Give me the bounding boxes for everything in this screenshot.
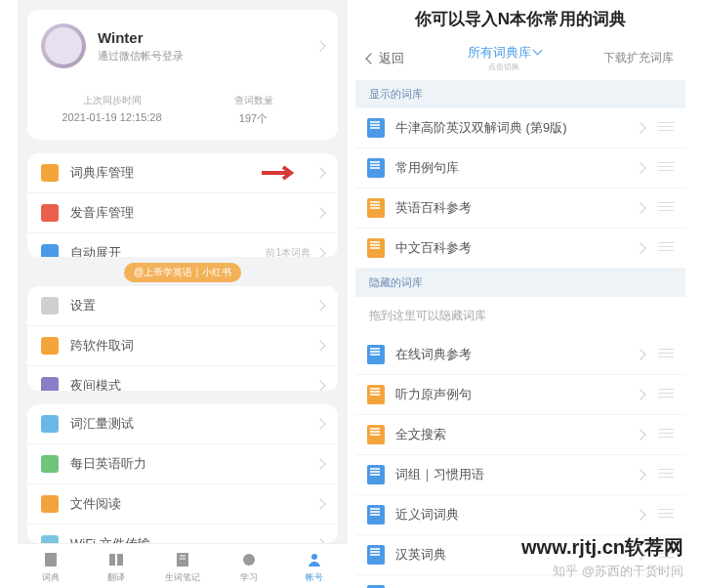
profile-name: Winter	[98, 29, 305, 46]
avatar[interactable]	[41, 23, 86, 68]
nav-icon	[173, 550, 192, 569]
drag-handle-icon[interactable]	[658, 509, 674, 521]
menu-label: 跨软件取词	[70, 337, 316, 355]
menu-icon	[41, 377, 59, 390]
dict-label: 英语百科参考	[395, 199, 637, 217]
chevron-right-icon[interactable]	[635, 509, 645, 520]
nav-item[interactable]: 翻译	[84, 550, 150, 584]
menu-label: 词汇量测试	[70, 415, 316, 433]
chevron-right-icon	[314, 458, 325, 469]
chevron-right-icon[interactable]	[635, 349, 645, 359]
nav-icon	[41, 550, 61, 569]
dict-item[interactable]: 全文搜索	[355, 415, 685, 455]
menu-item[interactable]: WiFi 文件传输	[27, 525, 338, 543]
drag-handle-icon[interactable]	[658, 162, 674, 174]
menu-label: 文件阅读	[70, 495, 316, 513]
overlay-zhihu: 知乎 @苏西的干货时间	[553, 563, 683, 580]
dict-label: 听力原声例句	[395, 386, 637, 403]
drag-handle-icon[interactable]	[658, 469, 674, 481]
lookup-count-value: 197个	[183, 111, 324, 126]
drag-handle-icon[interactable]	[658, 429, 674, 441]
dict-label: 常用例句库	[395, 159, 637, 177]
menu-item[interactable]: 夜间模式	[27, 366, 338, 390]
menu-item[interactable]: 发音库管理	[27, 193, 338, 233]
dict-label: 词组｜习惯用语	[395, 466, 637, 483]
chevron-right-icon[interactable]	[635, 202, 645, 213]
book-icon	[367, 198, 385, 218]
chevron-right-icon[interactable]	[635, 162, 645, 173]
nav-item[interactable]: 帐号	[281, 550, 348, 584]
chevron-right-icon[interactable]	[635, 389, 645, 399]
book-icon	[367, 505, 385, 525]
drag-handle-icon[interactable]	[658, 202, 674, 214]
menu-label: 自动展开	[70, 244, 266, 257]
hidden-dict-header: 隐藏的词库	[355, 269, 685, 297]
drag-handle-icon[interactable]	[658, 389, 674, 400]
dict-item[interactable]: 听力原声例句	[355, 375, 685, 415]
svg-rect-0	[45, 553, 57, 567]
drag-handle-icon[interactable]	[658, 122, 674, 134]
menu-label: 夜间模式	[70, 377, 316, 390]
menu-item[interactable]: 每日英语听力	[27, 444, 338, 484]
menu-item[interactable]: 自动展开 前1本词典	[27, 233, 338, 257]
chevron-right-icon[interactable]	[635, 429, 645, 440]
menu-item[interactable]: 词典库管理	[27, 153, 338, 193]
dict-item[interactable]: 常用例句库	[355, 148, 685, 189]
menu-item[interactable]: 设置	[27, 286, 338, 326]
nav-item[interactable]: 学习	[216, 550, 282, 584]
chevron-right-icon[interactable]	[635, 122, 645, 133]
nav-item[interactable]: 词典	[18, 550, 84, 584]
svg-rect-3	[177, 553, 188, 567]
dict-item[interactable]: 近义词词典	[355, 495, 685, 535]
selector-hint: 点击切换	[468, 62, 541, 72]
menu-item[interactable]: 词汇量测试	[27, 404, 338, 444]
bottom-nav: 词典翻译生词笔记学习帐号	[18, 543, 348, 588]
watermark-badge: @上帝学英语｜小红书	[124, 263, 241, 282]
drag-handle-icon[interactable]	[658, 242, 674, 254]
book-icon	[367, 118, 385, 138]
menu-icon	[41, 455, 59, 473]
library-selector[interactable]: 所有词典库	[468, 44, 541, 62]
menu-icon	[41, 204, 59, 222]
page-title: 你可以导入N本你常用的词典	[355, 0, 685, 38]
chevron-right-icon[interactable]	[635, 469, 645, 480]
chevron-right-icon	[314, 538, 325, 543]
back-button[interactable]: 返回	[367, 50, 404, 67]
menu-icon	[41, 297, 59, 315]
left-panel: Winter 通过微信帐号登录 上次同步时间 2021-01-19 12:15:…	[18, 0, 348, 588]
dict-item[interactable]: 中文百科参考	[355, 229, 685, 269]
profile-section[interactable]: Winter 通过微信帐号登录 上次同步时间 2021-01-19 12:15:…	[27, 10, 338, 140]
nav-icon	[239, 550, 259, 569]
download-button[interactable]: 下载扩充词库	[603, 50, 674, 66]
overlay-url: www.rjtj.cn软荐网	[521, 534, 683, 561]
book-icon	[367, 238, 385, 258]
nav-label: 词典	[18, 571, 84, 584]
profile-login-method: 通过微信帐号登录	[98, 49, 305, 63]
right-panel: 你可以导入N本你常用的词典 返回 所有词典库 点击切换 下载扩充词库 显示的词库…	[355, 0, 685, 588]
dict-item[interactable]: 在线词典参考	[355, 335, 685, 375]
dict-item[interactable]: 牛津高阶英汉双解词典 (第9版)	[355, 108, 685, 148]
menu-icon	[41, 244, 59, 257]
dict-label: 在线词典参考	[395, 346, 637, 363]
hidden-hint: 拖到这里可以隐藏词库	[355, 297, 685, 335]
drag-handle-icon[interactable]	[658, 349, 674, 360]
menu-item[interactable]: 文件阅读	[27, 484, 338, 525]
group-tools: 词汇量测试 每日英语听力 文件阅读 WiFi 文件传输	[27, 404, 338, 543]
chevron-right-icon	[314, 40, 325, 51]
chevron-right-icon[interactable]	[635, 242, 645, 253]
dict-item[interactable]: 英语百科参考	[355, 189, 685, 229]
svg-rect-1	[109, 554, 115, 566]
dict-item[interactable]: 词组｜习惯用语	[355, 455, 685, 495]
dict-label: 牛津高阶英汉双解词典 (第9版)	[395, 119, 637, 137]
last-sync-value: 2021-01-19 12:15:28	[41, 111, 183, 123]
chevron-right-icon	[314, 207, 325, 218]
nav-item[interactable]: 生词笔记	[149, 550, 216, 584]
book-icon	[367, 425, 385, 444]
nav-label: 翻译	[84, 571, 150, 584]
menu-icon	[41, 495, 59, 513]
menu-item[interactable]: 跨软件取词	[27, 326, 338, 366]
group-settings: 设置 跨软件取词 夜间模式	[27, 286, 338, 390]
chevron-right-icon	[314, 167, 325, 178]
annotation-arrow	[262, 165, 301, 181]
chevron-right-icon	[314, 381, 325, 391]
